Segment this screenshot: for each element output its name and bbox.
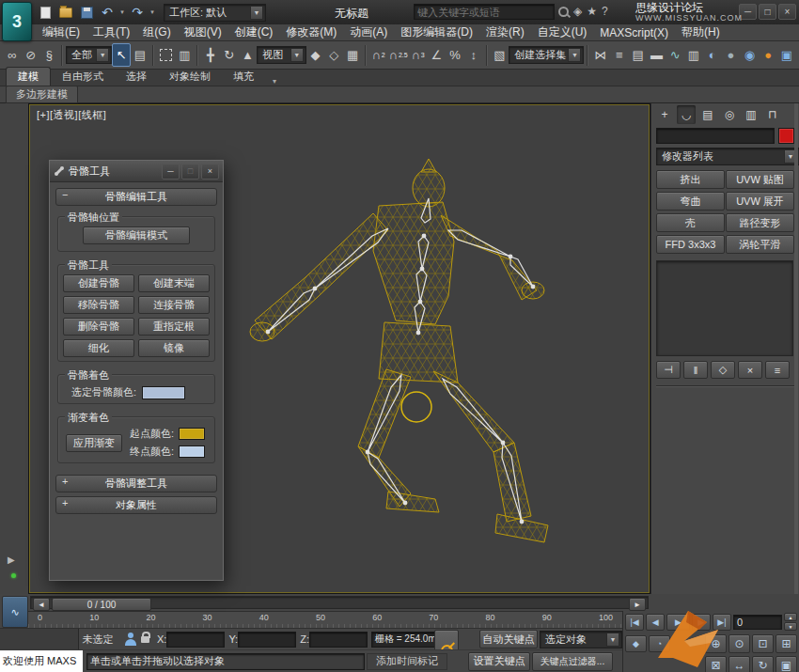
keyboard-override-icon[interactable]: ▦ [343,43,362,67]
modifier-unwrap-uvw-button[interactable]: UVW 展开 [726,192,794,211]
ribbon-minimize-icon[interactable]: ▾ [273,77,276,86]
refine-button[interactable]: 细化 [63,339,134,357]
align-icon[interactable]: ≡ [610,43,629,67]
undo-dropdown-icon[interactable]: ▾ [118,3,126,22]
percent-snap-icon[interactable]: % [446,43,464,67]
time-slider[interactable]: ◄ 0 / 100 ► [28,594,650,611]
menu-animation[interactable]: 动画(A) [343,23,394,41]
modifier-uvw-map-button[interactable]: UVW 贴图 [726,170,794,189]
selected-bone-color-swatch[interactable] [142,386,185,399]
go-to-end-button[interactable]: ▶| [713,614,731,631]
create-end-button[interactable]: 创建末端 [138,274,210,292]
play-button[interactable]: ▶ [666,614,689,631]
menu-modifiers[interactable]: 修改器(M) [279,23,343,41]
reassign-root-button[interactable]: 重指定根 [138,318,210,336]
show-end-result-icon[interactable]: ‖ [683,361,708,379]
motion-tab-icon[interactable]: ◎ [720,105,739,124]
maxscript-listener-top[interactable] [0,629,79,649]
remove-modifier-icon[interactable]: × [738,361,762,379]
application-menu-button[interactable]: 3 [2,2,32,41]
modifier-turbosmooth-button[interactable]: 涡轮平滑 [726,235,794,254]
select-and-scale-icon[interactable]: ▲ [239,43,258,67]
render-iterative-icon[interactable]: ▣ [777,43,796,67]
menu-views[interactable]: 视图(V) [178,23,228,41]
y-coordinate-field[interactable] [238,632,296,648]
configure-modifier-sets-icon[interactable]: ≡ [765,361,790,379]
mirror-icon[interactable]: ⋈ [591,43,610,67]
workspace-dropdown[interactable]: 工作区: 默认 ▼ [164,4,266,22]
modify-tab-icon[interactable]: ◡ [677,105,696,124]
panel-scrollbar[interactable] [794,103,798,594]
save-file-icon[interactable] [77,3,96,22]
zoom-all-icon[interactable]: ⊙ [728,634,750,653]
selection-lock-icon[interactable] [141,636,149,643]
maximize-button[interactable]: □ [759,4,776,20]
render-production-icon[interactable]: ● [759,43,777,67]
redo-dropdown-icon[interactable]: ▾ [149,3,156,22]
unlink-selection-icon[interactable]: ⊘ [22,43,40,67]
ribbon-panel-polygon-modeling[interactable]: 多边形建模 [6,86,78,103]
close-button[interactable]: × [778,4,796,20]
zoom-icon[interactable]: ⊕ [705,634,727,653]
ribbon-toggle-icon[interactable]: ▬ [648,43,666,67]
search-input[interactable] [414,4,555,20]
reference-coordinate-dropdown[interactable]: 视图 ▼ [257,46,306,64]
mini-curve-editor-button[interactable]: ∿ [2,596,28,628]
time-slider-right-arrow[interactable]: ► [629,598,646,611]
zoom-extents-all-icon[interactable]: ⊞ [776,634,797,653]
render-setup-icon[interactable]: ● [722,43,741,67]
orbit-icon[interactable]: ↻ [752,656,774,672]
display-tab-icon[interactable]: ▥ [742,105,760,124]
object-name-field[interactable] [656,128,775,144]
menu-graph-editors[interactable]: 图形编辑器(D) [394,23,479,41]
connect-bones-button[interactable]: 连接骨骼 [138,296,210,314]
search-icon[interactable] [558,7,569,17]
ribbon-tab-populate[interactable]: 填充 [222,68,265,86]
menu-help[interactable]: 帮助(H) [675,23,727,41]
time-slider-track[interactable]: ◄ 0 / 100 ► [30,596,649,609]
object-color-swatch[interactable] [778,128,794,144]
modifier-shell-button[interactable]: 壳 [656,213,725,232]
schematic-view-icon[interactable]: ▥ [684,43,703,67]
viewport-label[interactable]: [+][透视][线框] [37,108,106,122]
modifier-bend-button[interactable]: 弯曲 [656,192,725,211]
modifier-stack-list[interactable] [656,260,793,356]
menu-customize[interactable]: 自定义(U) [531,23,594,41]
mirror-button[interactable]: 镜像 [138,339,210,357]
remove-bone-button[interactable]: 移除骨骼 [63,296,134,314]
communication-center-icon[interactable]: ◈ [573,5,582,18]
next-frame-button[interactable]: ▶ [692,614,711,631]
select-and-rotate-icon[interactable]: ↻ [220,43,239,67]
maximize-viewport-toggle-icon[interactable]: ▣ [776,656,797,672]
ribbon-tab-selection[interactable]: 选择 [115,68,158,86]
selection-region-icon[interactable] [157,43,176,67]
set-key-mode-button[interactable]: 设置关键点 [468,652,530,671]
minimize-button[interactable]: ─ [739,4,757,20]
time-slider-handle[interactable]: 0 / 100 [52,598,151,611]
pan-icon[interactable]: ↔ [728,656,750,672]
add-time-tag[interactable]: 添加时间标记 [367,653,447,670]
apply-gradient-button[interactable]: 应用渐变 [66,434,122,452]
zoom-extents-icon[interactable]: ⊡ [752,634,774,653]
new-scene-icon[interactable] [36,3,55,22]
key-filters-button[interactable]: 关键点过滤器... [532,652,613,671]
selection-filter-dropdown[interactable]: 全部 ▼ [66,46,112,64]
rendered-frame-window-icon[interactable]: ◉ [740,43,759,67]
snap-3-icon[interactable]: ∩3 [409,43,428,67]
curve-editor-icon[interactable]: ∿ [666,43,684,67]
favorites-icon[interactable]: ★ [587,5,597,18]
rollout-bone-editing-tools[interactable]: − 骨骼编辑工具 [55,188,217,206]
rollout-bone-adjust-tools[interactable]: + 骨骼调整工具 [55,475,217,492]
modifier-list-dropdown[interactable]: 修改器列表 ▼ [656,148,799,165]
isolate-selection-icon[interactable] [124,633,136,646]
help-icon[interactable]: ? [602,5,608,18]
select-by-name-icon[interactable]: ▤ [131,43,149,67]
angle-snap-icon[interactable]: ∠ [427,43,446,67]
auto-key-button[interactable]: 自动关键点 [479,630,538,649]
dialog-close-button[interactable]: × [201,164,219,180]
menu-tools[interactable]: 工具(T) [86,23,136,41]
create-tab-icon[interactable]: + [655,105,674,124]
undo-icon[interactable]: ↶ [98,3,117,22]
redo-icon[interactable]: ↷ [128,3,147,22]
z-coordinate-field[interactable] [309,632,368,648]
